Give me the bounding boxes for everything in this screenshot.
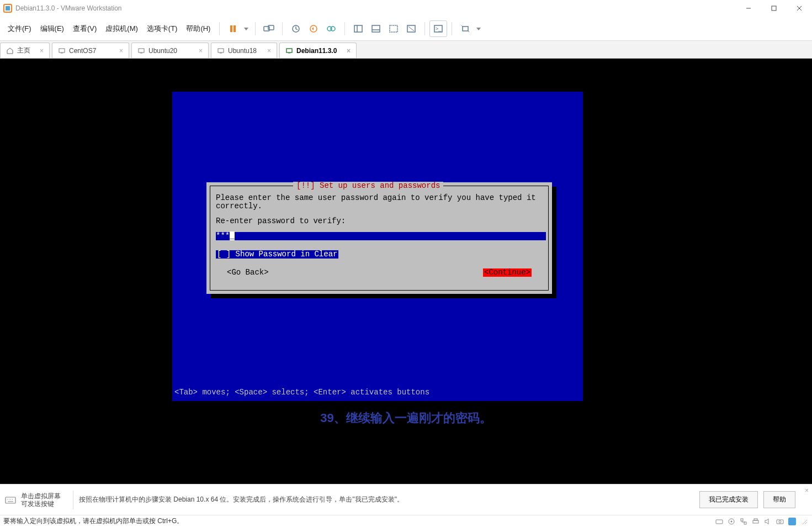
printer-icon[interactable]: [751, 517, 760, 526]
separator: [282, 22, 283, 35]
window-minimize-button[interactable]: [736, 0, 761, 17]
tutorial-caption: 39、继续输入一遍刚才的密码。: [0, 410, 812, 426]
resize-grip-icon[interactable]: [800, 517, 809, 526]
svg-rect-3: [772, 6, 776, 10]
svg-rect-24: [463, 27, 468, 31]
close-icon[interactable]: ×: [263, 47, 271, 55]
view-fullscreen-exit-icon[interactable]: [402, 20, 420, 37]
dialog-prompt: Re-enter password to verify:: [216, 217, 543, 225]
svg-rect-6: [230, 25, 232, 32]
app-icon: [3, 4, 12, 13]
dialog-title: [!!] Set up users and passwords: [293, 182, 443, 190]
svg-marker-25: [476, 28, 481, 30]
monitor-icon: [137, 47, 145, 55]
vm-display[interactable]: [!!] Set up users and passwords Please e…: [0, 59, 812, 484]
tab-ubuntu18[interactable]: Ubuntu18 ×: [211, 43, 277, 58]
monitor-icon: [217, 47, 225, 55]
stretch-dropdown-icon[interactable]: [474, 20, 483, 37]
svg-rect-17: [372, 25, 380, 32]
tab-label: Ubuntu18: [228, 47, 257, 55]
svg-line-21: [408, 27, 414, 31]
password-verify-input[interactable]: ***_: [216, 232, 546, 240]
svg-rect-19: [390, 25, 397, 32]
guest-screen: [!!] Set up users and passwords Please e…: [172, 92, 583, 401]
monitor-icon: [58, 47, 66, 55]
tab-label: Debian11.3.0: [296, 47, 337, 55]
svg-rect-45: [753, 520, 758, 523]
tab-home[interactable]: 主页 ×: [0, 43, 50, 58]
send-ctrl-alt-del-icon[interactable]: [260, 20, 278, 37]
svg-rect-40: [716, 520, 723, 524]
help-button[interactable]: 帮助: [763, 491, 795, 508]
menu-tabs[interactable]: 选项卡(T): [142, 20, 182, 37]
tab-ubuntu20[interactable]: Ubuntu20 ×: [131, 43, 209, 58]
tab-label: Ubuntu20: [148, 47, 177, 55]
window-title: Debian11.3.0 - VMware Workstation: [15, 4, 122, 12]
status-text: 要将输入定向到该虚拟机，请在虚拟机内部单击或按 Ctrl+G。: [3, 517, 183, 526]
sound-icon[interactable]: [763, 517, 772, 526]
pause-button[interactable]: [224, 20, 242, 37]
menu-vm[interactable]: 虚拟机(M): [101, 20, 142, 37]
view-single-icon[interactable]: [349, 20, 367, 37]
separator: [255, 22, 256, 35]
menu-file[interactable]: 文件(F): [3, 20, 36, 37]
svg-rect-46: [754, 519, 757, 520]
tab-debian11[interactable]: Debian11.3.0 ×: [279, 43, 357, 58]
installer-dialog: [!!] Set up users and passwords Please e…: [206, 182, 552, 294]
svg-point-42: [731, 520, 733, 522]
window-maximize-button[interactable]: [761, 0, 787, 17]
install-hint-bar: 单击虚拟屏幕 可发送按键 按照在物理计算机中的步骤安装 Debian 10.x …: [0, 484, 812, 515]
stretch-icon[interactable]: [457, 20, 474, 37]
monitor-active-icon: [285, 47, 293, 55]
message-indicator-icon[interactable]: [788, 517, 797, 526]
svg-rect-30: [218, 49, 224, 52]
hint-text: 按照在物理计算机中的步骤安装 Debian 10.x 64 位。安装完成后，操作…: [79, 495, 404, 504]
menu-help[interactable]: 帮助(H): [182, 20, 215, 37]
svg-rect-28: [139, 49, 144, 52]
close-icon[interactable]: ×: [35, 47, 44, 55]
install-done-button[interactable]: 我已完成安装: [699, 491, 758, 508]
view-unity-icon[interactable]: [385, 20, 402, 37]
installer-help-line: <Tab> moves; <Space> selects; <Enter> ac…: [174, 388, 429, 397]
view-thumbnail-icon[interactable]: [367, 20, 385, 37]
tab-centos7[interactable]: CentOS7 ×: [52, 43, 129, 58]
hintbar-close-icon[interactable]: ×: [805, 487, 809, 494]
separator: [452, 22, 452, 35]
menu-edit[interactable]: 编辑(E): [36, 20, 68, 37]
hint-title: 单击虚拟屏幕 可发送按键: [21, 492, 61, 508]
snapshot-revert-icon[interactable]: [305, 20, 322, 37]
close-icon[interactable]: ×: [342, 47, 351, 55]
separator: [344, 22, 345, 35]
separator: [219, 22, 220, 35]
harddisk-icon[interactable]: [715, 517, 724, 526]
svg-rect-26: [59, 49, 65, 52]
svg-rect-32: [286, 49, 292, 52]
dialog-instruction: Please enter the same user password agai…: [216, 194, 543, 210]
camera-icon[interactable]: [776, 517, 784, 526]
svg-rect-43: [741, 519, 743, 521]
status-bar: 要将输入定向到该虚拟机，请在虚拟机内部单击或按 Ctrl+G。: [0, 515, 812, 527]
keyboard-icon: [4, 494, 17, 506]
svg-rect-1: [6, 6, 10, 10]
svg-rect-34: [6, 497, 15, 503]
continue-button[interactable]: <Continue>: [483, 268, 532, 277]
tab-label: CentOS7: [69, 47, 96, 55]
network-icon[interactable]: [739, 517, 748, 526]
close-icon[interactable]: ×: [115, 47, 123, 55]
svg-rect-15: [354, 25, 362, 32]
svg-marker-8: [244, 28, 248, 30]
cdrom-icon[interactable]: [727, 517, 736, 526]
svg-point-14: [331, 27, 335, 31]
show-password-checkbox[interactable]: [ ] Show Password in Clear: [216, 250, 338, 259]
console-icon[interactable]: >_: [429, 20, 447, 37]
snapshot-manager-icon[interactable]: [322, 20, 340, 37]
menu-view[interactable]: 查看(V): [68, 20, 101, 37]
window-close-button[interactable]: [787, 0, 812, 17]
go-back-button[interactable]: <Go Back>: [227, 268, 269, 277]
power-dropdown-icon[interactable]: [242, 20, 251, 37]
home-icon: [6, 47, 14, 55]
snapshot-take-icon[interactable]: [287, 20, 305, 37]
svg-text:>_: >_: [436, 26, 442, 31]
close-icon[interactable]: ×: [194, 47, 203, 55]
tabbar: 主页 × CentOS7 × Ubuntu20 × Ubuntu18 × Deb…: [0, 41, 812, 59]
